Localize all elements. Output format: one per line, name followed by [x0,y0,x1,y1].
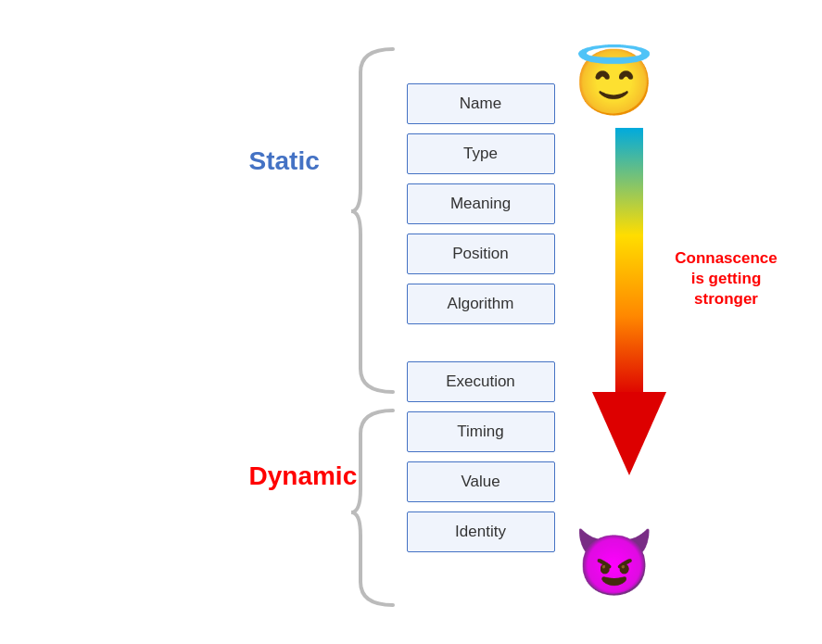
static-label: Static [249,146,320,176]
labels-column: Static Dynamic [240,35,342,610]
braces-svg [342,35,407,610]
box-execution: Execution [407,361,555,402]
box-type: Type [407,133,555,174]
angel-emoji: 😇 [574,44,654,120]
box-timing: Timing [407,411,555,452]
box-position: Position [407,234,555,274]
box-meaning: Meaning [407,183,555,224]
brace-column [342,35,407,610]
arrow-container [592,128,666,480]
main-container: Static Dynamic Name Type Meaning Positio… [0,0,822,644]
svg-marker-1 [592,392,666,475]
box-algorithm: Algorithm [407,284,555,324]
boxes-column: Name Type Meaning Position Algorithm Exe… [407,83,555,552]
svg-rect-0 [615,128,643,397]
box-value: Value [407,461,555,502]
arrow-svg [592,128,666,480]
box-identity: Identity [407,511,555,552]
box-name: Name [407,83,555,124]
devil-emoji: 😈 [574,524,654,600]
connascence-label: Connascenceis gettingstronger [666,248,787,309]
